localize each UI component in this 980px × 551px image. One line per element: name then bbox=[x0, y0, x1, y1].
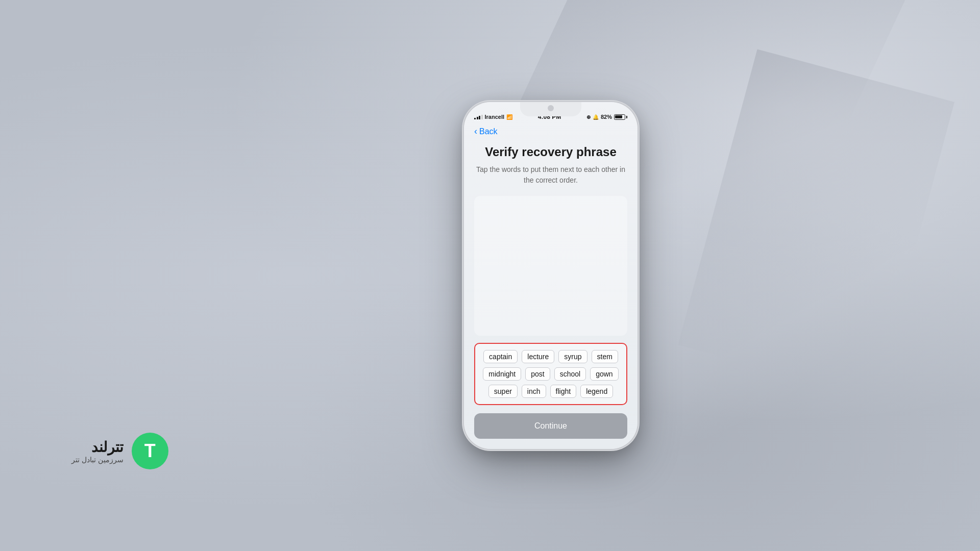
back-label: Back bbox=[479, 127, 498, 136]
brand-title: تترلند bbox=[71, 439, 124, 456]
wifi-icon: 📶 bbox=[506, 114, 512, 120]
page-title: Verify recovery phrase bbox=[474, 145, 627, 159]
brand-container: تترلند سرزمین تبادل تتر T bbox=[71, 433, 168, 469]
word-chip-midnight[interactable]: midnight bbox=[483, 367, 521, 381]
brand-icon: T bbox=[132, 433, 168, 469]
app-content: ‹ Back Verify recovery phrase Tap the wo… bbox=[464, 124, 638, 449]
iphone-frame: Irancell 📶 4:08 PM ⊕ 🔔 82% bbox=[464, 102, 638, 449]
word-chip-inch[interactable]: inch bbox=[522, 385, 546, 398]
word-row-1: captain lecture syrup stem bbox=[480, 350, 621, 363]
battery-percent: 82% bbox=[601, 114, 612, 120]
battery-body bbox=[614, 114, 625, 120]
word-grid: captain lecture syrup stem midnight post… bbox=[474, 343, 627, 405]
carrier-name: Irancell bbox=[485, 114, 505, 120]
word-selection-container: captain lecture syrup stem midnight post… bbox=[474, 343, 627, 405]
signal-icon bbox=[474, 114, 483, 119]
word-chip-captain[interactable]: captain bbox=[483, 350, 518, 363]
alarm-icon: 🔔 bbox=[593, 114, 599, 120]
phone-wrapper: Irancell 📶 4:08 PM ⊕ 🔔 82% bbox=[464, 102, 638, 449]
word-chip-stem[interactable]: stem bbox=[592, 350, 618, 363]
word-row-3: super inch flight legend bbox=[480, 385, 621, 398]
location-icon: ⊕ bbox=[586, 114, 591, 120]
status-left: Irancell 📶 bbox=[474, 114, 512, 120]
battery-fill bbox=[615, 115, 622, 118]
word-row-2: midnight post school gown bbox=[480, 367, 621, 381]
word-chip-legend[interactable]: legend bbox=[580, 385, 613, 398]
brand-text-block: تترلند سرزمین تبادل تتر bbox=[71, 439, 124, 464]
signal-bar-1 bbox=[474, 118, 476, 119]
word-chip-post[interactable]: post bbox=[525, 367, 550, 381]
back-chevron-icon: ‹ bbox=[474, 126, 477, 137]
battery-icon bbox=[614, 114, 627, 120]
battery-tip bbox=[626, 116, 627, 118]
notch bbox=[520, 102, 581, 116]
status-right: ⊕ 🔔 82% bbox=[586, 114, 627, 120]
screen: Irancell 📶 4:08 PM ⊕ 🔔 82% bbox=[464, 102, 638, 449]
camera bbox=[548, 105, 554, 111]
word-chip-school[interactable]: school bbox=[554, 367, 586, 381]
continue-button[interactable]: Continue bbox=[474, 413, 627, 439]
brand-subtitle: سرزمین تبادل تتر bbox=[71, 456, 124, 464]
signal-bar-4 bbox=[481, 115, 483, 119]
word-chip-syrup[interactable]: syrup bbox=[558, 350, 587, 363]
page-subtitle: Tap the words to put them next to each o… bbox=[474, 164, 627, 186]
word-chip-flight[interactable]: flight bbox=[550, 385, 577, 398]
word-chip-super[interactable]: super bbox=[488, 385, 518, 398]
signal-bar-3 bbox=[479, 116, 480, 119]
word-chip-lecture[interactable]: lecture bbox=[522, 350, 554, 363]
signal-bar-2 bbox=[477, 117, 478, 119]
word-drop-area bbox=[474, 196, 627, 336]
back-button[interactable]: ‹ Back bbox=[474, 124, 627, 137]
word-chip-gown[interactable]: gown bbox=[590, 367, 618, 381]
